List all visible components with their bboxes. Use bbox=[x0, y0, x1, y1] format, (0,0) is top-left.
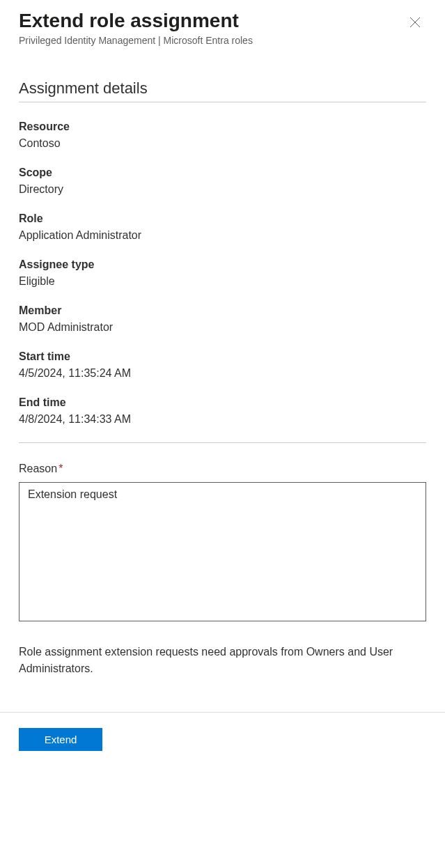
field-resource: Resource Contoso bbox=[19, 121, 426, 150]
field-value: Eligible bbox=[19, 275, 55, 287]
field-label: End time bbox=[19, 396, 426, 409]
field-assignee-type: Assignee type Eligible bbox=[19, 258, 426, 288]
field-label: Resource bbox=[19, 121, 426, 133]
divider bbox=[19, 442, 426, 443]
field-label: Role bbox=[19, 212, 426, 225]
field-label: Start time bbox=[19, 350, 426, 363]
field-value: Directory bbox=[19, 183, 63, 195]
reason-label: Reason* bbox=[19, 463, 426, 475]
extend-button[interactable]: Extend bbox=[19, 728, 102, 751]
field-value: 4/8/2024, 11:34:33 AM bbox=[19, 413, 131, 425]
field-end-time: End time 4/8/2024, 11:34:33 AM bbox=[19, 396, 426, 426]
section-title: Assignment details bbox=[19, 79, 426, 102]
close-button[interactable] bbox=[404, 11, 426, 33]
page-title: Extend role assignment bbox=[19, 8, 239, 33]
required-marker: * bbox=[58, 463, 63, 474]
field-label: Member bbox=[19, 304, 426, 317]
breadcrumb: Privileged Identity Management | Microso… bbox=[19, 35, 426, 46]
reason-input[interactable] bbox=[19, 482, 426, 621]
field-value: 4/5/2024, 11:35:24 AM bbox=[19, 367, 131, 379]
info-text: Role assignment extension requests need … bbox=[19, 644, 426, 677]
field-label: Scope bbox=[19, 166, 426, 179]
field-value: Application Administrator bbox=[19, 229, 141, 241]
field-label: Assignee type bbox=[19, 258, 426, 271]
field-value: MOD Administrator bbox=[19, 321, 113, 333]
footer: Extend bbox=[0, 712, 445, 766]
field-member: Member MOD Administrator bbox=[19, 304, 426, 334]
field-value: Contoso bbox=[19, 137, 61, 149]
reason-label-text: Reason bbox=[19, 463, 57, 474]
field-start-time: Start time 4/5/2024, 11:35:24 AM bbox=[19, 350, 426, 380]
field-scope: Scope Directory bbox=[19, 166, 426, 196]
field-role: Role Application Administrator bbox=[19, 212, 426, 242]
close-icon bbox=[409, 17, 421, 28]
